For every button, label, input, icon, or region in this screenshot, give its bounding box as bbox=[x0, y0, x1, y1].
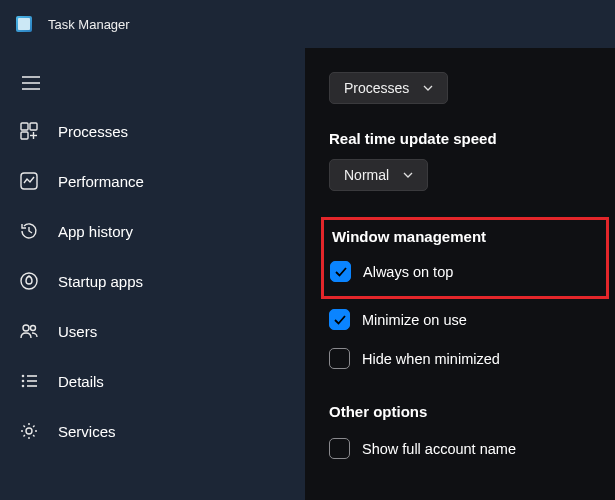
svg-point-16 bbox=[23, 386, 24, 387]
svg-point-12 bbox=[23, 376, 24, 377]
svg-point-14 bbox=[23, 381, 24, 382]
chevron-down-icon bbox=[403, 170, 413, 180]
performance-icon bbox=[18, 170, 40, 192]
sidebar-item-label: Details bbox=[58, 373, 104, 390]
sidebar-item-startup-apps[interactable]: Startup apps bbox=[0, 256, 305, 306]
checkbox-unchecked-icon bbox=[329, 348, 350, 369]
always-on-top-checkbox[interactable]: Always on top bbox=[330, 255, 596, 288]
section-title: Window management bbox=[332, 228, 596, 245]
checkbox-checked-icon bbox=[330, 261, 351, 282]
other-options-section: Other options Show full account name bbox=[329, 403, 599, 465]
sidebar-item-label: Processes bbox=[58, 123, 128, 140]
app-icon bbox=[16, 16, 32, 32]
dropdown-value: Normal bbox=[344, 167, 389, 183]
update-speed-section: Real time update speed Normal bbox=[329, 130, 599, 191]
hamburger-button[interactable] bbox=[0, 68, 305, 106]
svg-rect-5 bbox=[21, 132, 28, 139]
sidebar-item-label: Services bbox=[58, 423, 116, 440]
sidebar-item-processes[interactable]: Processes bbox=[0, 106, 305, 156]
checkbox-label: Show full account name bbox=[362, 441, 516, 457]
hamburger-icon bbox=[22, 76, 40, 90]
content: Processes Performance bbox=[0, 48, 615, 500]
svg-rect-3 bbox=[21, 123, 28, 130]
services-icon bbox=[18, 420, 40, 442]
checkbox-label: Hide when minimized bbox=[362, 351, 500, 367]
titlebar: Task Manager bbox=[0, 0, 615, 48]
checkbox-label: Always on top bbox=[363, 264, 453, 280]
nav-list: Processes Performance bbox=[0, 106, 305, 456]
svg-point-11 bbox=[31, 326, 36, 331]
sidebar-item-users[interactable]: Users bbox=[0, 306, 305, 356]
default-page-dropdown[interactable]: Processes bbox=[329, 72, 448, 104]
sidebar-item-app-history[interactable]: App history bbox=[0, 206, 305, 256]
minimize-on-use-checkbox[interactable]: Minimize on use bbox=[329, 303, 599, 336]
sidebar-item-label: Performance bbox=[58, 173, 144, 190]
sidebar-item-services[interactable]: Services bbox=[0, 406, 305, 456]
app-title: Task Manager bbox=[48, 17, 130, 32]
sidebar-item-performance[interactable]: Performance bbox=[0, 156, 305, 206]
update-speed-dropdown[interactable]: Normal bbox=[329, 159, 428, 191]
section-title: Other options bbox=[329, 403, 599, 420]
svg-point-10 bbox=[23, 325, 29, 331]
svg-rect-4 bbox=[30, 123, 37, 130]
section-title: Real time update speed bbox=[329, 130, 599, 147]
dropdown-value: Processes bbox=[344, 80, 409, 96]
chevron-down-icon bbox=[423, 83, 433, 93]
sidebar-item-label: Startup apps bbox=[58, 273, 143, 290]
users-icon bbox=[18, 320, 40, 342]
checkbox-label: Minimize on use bbox=[362, 312, 467, 328]
details-icon bbox=[18, 370, 40, 392]
checkbox-checked-icon bbox=[329, 309, 350, 330]
svg-point-18 bbox=[26, 428, 32, 434]
sidebar: Processes Performance bbox=[0, 48, 305, 500]
sidebar-item-label: Users bbox=[58, 323, 97, 340]
processes-icon bbox=[18, 120, 40, 142]
sidebar-item-label: App history bbox=[58, 223, 133, 240]
settings-panel: Processes Real time update speed Normal … bbox=[305, 48, 615, 500]
hide-when-minimized-checkbox[interactable]: Hide when minimized bbox=[329, 342, 599, 375]
window-management-highlight: Window management Always on top bbox=[321, 217, 609, 299]
show-full-account-name-checkbox[interactable]: Show full account name bbox=[329, 432, 599, 465]
default-page-section: Processes bbox=[329, 72, 599, 104]
startup-icon bbox=[18, 270, 40, 292]
sidebar-item-details[interactable]: Details bbox=[0, 356, 305, 406]
checkbox-unchecked-icon bbox=[329, 438, 350, 459]
history-icon bbox=[18, 220, 40, 242]
